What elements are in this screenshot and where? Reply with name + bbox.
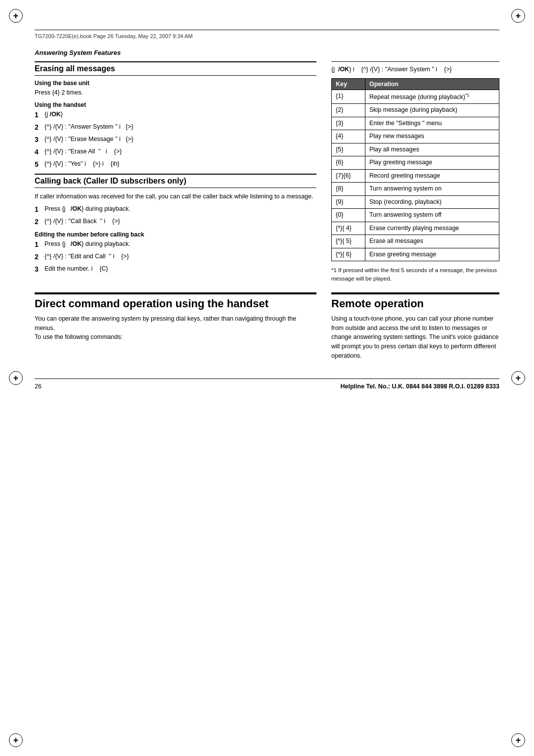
operation-cell: Play new messages (365, 130, 499, 143)
footer-helpline: Helpline Tel. No.: U.K. 0844 844 3898 R.… (341, 383, 499, 390)
table-row: {7}{6}Record greeting message (332, 169, 499, 183)
footer-page: 26 (35, 383, 42, 390)
operation-cell: Skip message (during playback) (365, 104, 499, 117)
table-row: {3}Enter the "Settings " menu (332, 117, 499, 130)
list-item: 1 Press {j /OK} during playback. (35, 204, 316, 215)
list-item: 1 Press {j /OK} during playback. (35, 239, 316, 250)
reg-mark-mr (511, 371, 525, 385)
table-row: {5}Play all messages (332, 143, 499, 156)
table-row: {*}{ 5}Erase all messages (332, 235, 499, 248)
reg-mark-bl (9, 733, 23, 747)
key-cell: {2} (332, 104, 365, 117)
operation-cell: Turn answering system on (365, 183, 499, 196)
list-item: 4 {^} /{V} : "Erase All " i {>} (35, 147, 316, 157)
right-column: {j /OK} i {^} /{V} : "Answer System " i … (331, 61, 499, 283)
reg-mark-tr (511, 9, 525, 23)
operation-cell: Play all messages (365, 143, 499, 156)
left-column: Erasing all messages Using the base unit… (35, 61, 316, 283)
table-row: {1}Repeat message (during playback)*1 (332, 90, 499, 104)
operation-cell: Stop (recording, playback) (365, 195, 499, 209)
list-item: 3 {^} /{V} : "Erase Message " i {>} (35, 135, 316, 145)
base-unit-heading: Using the base unit (35, 80, 316, 87)
col-header-operation: Operation (365, 78, 499, 90)
col-header-key: Key (332, 78, 365, 90)
operation-cell: Play greeting message (365, 156, 499, 170)
key-cell: {8} (332, 183, 365, 196)
table-row: {2}Skip message (during playback) (332, 104, 499, 117)
remote-operation-section: Remote operation Using a touch-tone phon… (331, 292, 499, 364)
key-cell: {*}{ 6} (332, 248, 365, 261)
table-row: {*}{ 4}Erase currently playing message (332, 222, 499, 235)
reg-mark-br (511, 733, 525, 747)
operation-cell: Repeat message (during playback)*1 (365, 90, 499, 104)
table-row: {0}Turn answering system off (332, 209, 499, 222)
key-cell: {9} (332, 195, 365, 209)
handset-steps-list: 1 {j /OK} 2 {^} /{V} : "Answer System " … (35, 110, 316, 170)
handset-heading: Using the handset (35, 101, 316, 108)
erasing-heading: Erasing all messages (35, 61, 316, 76)
table-row: {8}Turn answering system on (332, 183, 499, 196)
list-item: 2 {^} /{V} : "Answer System " i {>} (35, 122, 316, 133)
list-item: 1 {j /OK} (35, 110, 316, 120)
page: TG7200-7220E(e).book Page 26 Tuesday, Ma… (0, 0, 534, 756)
calling-steps-list: 1 Press {j /OK} during playback. 2 {^} /… (35, 204, 316, 227)
list-item: 2 {^} /{V} : "Call Back " i {>} (35, 217, 316, 227)
footnote-text: *1 If pressed within the first 5 seconds… (331, 266, 499, 282)
right-top-text: {j /OK} i {^} /{V} : "Answer System " i … (331, 61, 499, 74)
table-row: {9}Stop (recording, playback) (332, 195, 499, 209)
editing-heading: Editing the number before calling back (35, 231, 316, 238)
key-cell: {*}{ 4} (332, 222, 365, 235)
key-cell: {5} (332, 143, 365, 156)
list-item: 3 Edit the number. i {C} (35, 264, 316, 275)
calling-back-description: If caller information was received for t… (35, 192, 316, 201)
key-cell: {*}{ 5} (332, 235, 365, 248)
operation-cell: Erase greeting message (365, 248, 499, 261)
key-cell: {3} (332, 117, 365, 130)
key-cell: {6} (332, 156, 365, 170)
direct-command-heading: Direct command operation using the hands… (35, 292, 316, 310)
section-italic-title: Answering System Features (35, 49, 499, 56)
direct-command-description: You can operate the answering system by … (35, 314, 316, 342)
editing-steps-list: 1 Press {j /OK} during playback. 2 {^} /… (35, 239, 316, 275)
key-cell: {0} (332, 209, 365, 222)
base-unit-text: Press {4} 2 times. (35, 88, 316, 97)
footer: 26 Helpline Tel. No.: U.K. 0844 844 3898… (35, 378, 499, 390)
list-item: 5 {^} /{V} : "Yes" i {>} i {ih} (35, 159, 316, 170)
reg-mark-ml (9, 371, 23, 385)
key-cell: {1} (332, 90, 365, 104)
table-row: {*}{ 6}Erase greeting message (332, 248, 499, 261)
reg-mark-tl (9, 9, 23, 23)
list-item: 2 {^} /{V} : "Edit and Call " i {>} (35, 252, 316, 262)
table-row: {6}Play greeting message (332, 156, 499, 170)
operation-cell: Erase currently playing message (365, 222, 499, 235)
operation-cell: Record greeting message (365, 169, 499, 183)
file-info: TG7200-7220E(e).book Page 26 Tuesday, Ma… (35, 30, 499, 39)
calling-back-heading: Calling back (Caller ID subscribers only… (35, 174, 316, 188)
table-row: {4}Play new messages (332, 130, 499, 143)
key-cell: {4} (332, 130, 365, 143)
key-cell: {7}{6} (332, 169, 365, 183)
major-section: Direct command operation using the hands… (35, 292, 499, 364)
operation-cell: Enter the "Settings " menu (365, 117, 499, 130)
remote-operation-description: Using a touch-tone phone, you can call y… (331, 314, 499, 361)
remote-operation-heading: Remote operation (331, 292, 499, 310)
operation-cell: Turn answering system off (365, 209, 499, 222)
operation-cell: Erase all messages (365, 235, 499, 248)
main-content: Erasing all messages Using the base unit… (35, 61, 499, 283)
key-operation-table: Key Operation {1}Repeat message (during … (331, 78, 499, 262)
direct-command-section: Direct command operation using the hands… (35, 292, 316, 364)
